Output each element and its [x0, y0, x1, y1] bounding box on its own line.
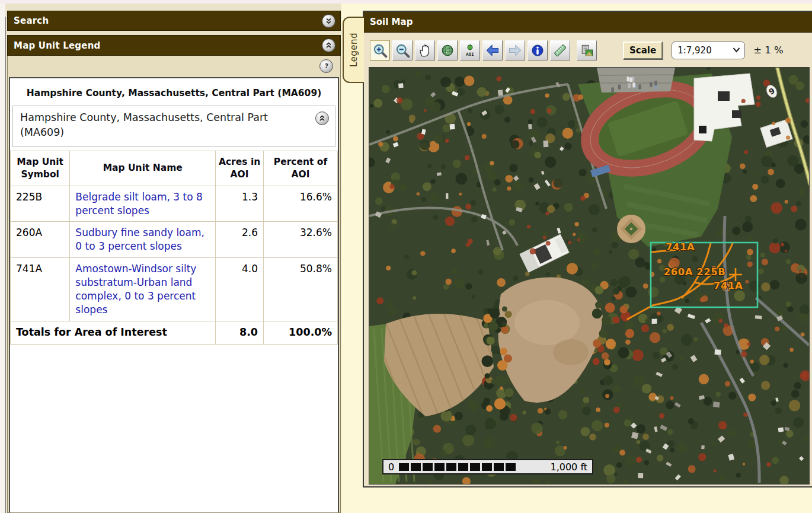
pan-hand-icon: [417, 43, 433, 58]
scale-accuracy: ± 1 %: [753, 44, 784, 56]
totals-label: Totals for Area of Interest: [11, 321, 216, 345]
legend-tab[interactable]: Legend: [343, 17, 364, 83]
aerial-map-canvas: 9741A260A 225B741A: [369, 68, 809, 484]
scale-select-wrap: 1:7,920: [672, 42, 745, 59]
soil-map-panel: Soil Map: [363, 11, 812, 487]
legend-table-head: Map Unit SymbolMap Unit NameAcres in AOI…: [11, 151, 338, 186]
measure-button[interactable]: [550, 40, 570, 60]
left-edge-strip: [0, 4, 5, 513]
zoom-in-icon: [372, 43, 388, 58]
aoi-button[interactable]: AOI: [460, 40, 480, 60]
map-unit-name-cell: Sudbury fine sandy loam, 0 to 3 percent …: [70, 222, 216, 258]
back-arrow-icon: [485, 43, 500, 58]
column-header[interactable]: Map Unit Symbol: [11, 151, 70, 186]
percent-of-aoi: 32.6%: [264, 222, 338, 258]
map-toolbar: AOI: [364, 33, 812, 68]
acres-in-aoi: 4.0: [216, 258, 264, 321]
acres-in-aoi: 1.3: [216, 186, 264, 222]
map-unit-name-link[interactable]: Sudbury fine sandy loam, 0 to 3 percent …: [75, 227, 204, 252]
svg-text:260A 225B: 260A 225B: [664, 266, 725, 278]
search-panel-header[interactable]: Search: [7, 11, 341, 31]
totals-row: Totals for Area of Interest8.0100.0%: [11, 321, 338, 345]
map-scale-bar: 0 1,000 ft: [382, 459, 593, 474]
globe-button[interactable]: [437, 40, 458, 60]
help-row: ?: [8, 56, 340, 76]
forward-button[interactable]: [505, 40, 525, 60]
scale-bar-distance: 1,000 ft: [550, 461, 587, 473]
percent-of-aoi: 50.8%: [264, 258, 338, 321]
column-header[interactable]: Acres in AOI: [216, 151, 264, 186]
soil-map-title: Soil Map: [370, 17, 413, 27]
legend-table-body: 225BBelgrade silt loam, 3 to 8 percent s…: [11, 186, 338, 344]
map-unit-name-cell: Belgrade silt loam, 3 to 8 percent slope…: [70, 186, 216, 222]
legend-tab-label: Legend: [349, 33, 359, 67]
scale-bar-zero: 0: [388, 461, 394, 473]
soil-map-header: Soil Map: [364, 12, 812, 33]
zoom-in-button[interactable]: [370, 40, 390, 60]
survey-area-box: Hampshire County, Massachusetts, Central…: [12, 106, 335, 147]
aerial-map[interactable]: 9741A260A 225B741A 0 1,000 ft: [369, 67, 810, 485]
collapse-survey-icon[interactable]: [315, 111, 329, 125]
collapse-icon[interactable]: [322, 39, 335, 52]
legend-content: Hampshire County, Massachusetts, Central…: [9, 77, 339, 512]
totals-percent: 100.0%: [264, 321, 338, 345]
svg-text:741A: 741A: [666, 241, 695, 253]
column-header[interactable]: Map Unit Name: [70, 151, 216, 186]
acres-in-aoi: 2.6: [216, 222, 264, 258]
map-unit-row: 741AAmostown-Windsor silty substratum-Ur…: [11, 258, 338, 321]
svg-text:AOI: AOI: [466, 51, 474, 56]
map-unit-name-cell: Amostown-Windsor silty substratum-Urban …: [70, 258, 216, 321]
forward-arrow-icon: [507, 43, 523, 58]
survey-area-name: Hampshire County, Massachusetts, Central…: [20, 111, 268, 138]
map-unit-symbol: 741A: [11, 258, 70, 321]
map-unit-legend-body: ? Hampshire County, Massachusetts, Centr…: [7, 56, 341, 513]
export-button[interactable]: [577, 40, 597, 60]
totals-acres: 8.0: [216, 321, 264, 345]
zoom-out-icon: [395, 43, 410, 58]
scale-bar-segments: [399, 463, 545, 471]
map-unit-name-link[interactable]: Amostown-Windsor silty substratum-Urban …: [75, 263, 196, 316]
map-unit-legend-header[interactable]: Map Unit Legend: [7, 35, 341, 56]
zoom-out-button[interactable]: [392, 40, 413, 60]
info-icon: [530, 43, 545, 58]
export-map-icon: [579, 43, 594, 58]
search-panel-title: Search: [14, 15, 322, 26]
map-unit-legend-table: Map Unit SymbolMap Unit NameAcres in AOI…: [10, 151, 338, 345]
expand-icon[interactable]: [322, 14, 335, 28]
info-button[interactable]: [528, 40, 548, 60]
map-unit-symbol: 260A: [11, 222, 70, 258]
help-icon[interactable]: ?: [319, 59, 333, 73]
scale-select[interactable]: 1:7,920: [672, 42, 745, 59]
svg-text:?: ?: [324, 62, 328, 70]
ruler-icon: [552, 43, 568, 58]
soil-survey-title: Hampshire County, Massachusetts, Central…: [10, 78, 338, 103]
back-button[interactable]: [482, 40, 503, 60]
map-unit-legend-title: Map Unit Legend: [14, 40, 322, 51]
left-panel-border: [5, 17, 6, 513]
map-unit-row: 260ASudbury fine sandy loam, 0 to 3 perc…: [11, 222, 338, 258]
map-unit-row: 225BBelgrade silt loam, 3 to 8 percent s…: [11, 186, 338, 222]
aoi-icon: AOI: [462, 43, 478, 58]
scale-button[interactable]: Scale: [623, 42, 663, 59]
pan-button[interactable]: [415, 40, 435, 60]
map-unit-symbol: 225B: [11, 186, 70, 222]
globe-icon: [440, 43, 455, 58]
svg-text:741A: 741A: [714, 280, 743, 291]
column-header[interactable]: Percent of AOI: [264, 151, 338, 186]
map-unit-name-link[interactable]: Belgrade silt loam, 3 to 8 percent slope…: [75, 191, 202, 216]
percent-of-aoi: 16.6%: [264, 186, 338, 222]
